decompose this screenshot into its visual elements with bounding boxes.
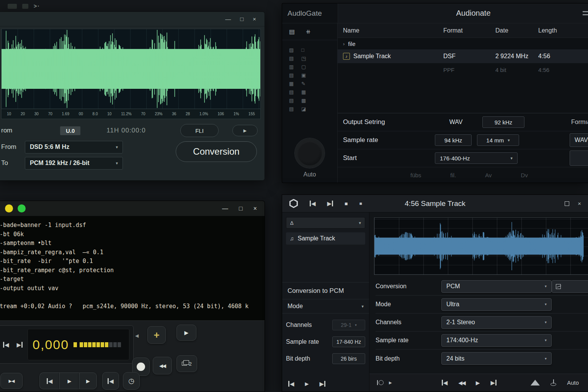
restore-icon[interactable]: [565, 201, 569, 206]
doc-icon[interactable]: ▤: [289, 98, 301, 103]
full-button[interactable]: FLI: [180, 124, 219, 137]
collapse-button[interactable]: ▶◀: [0, 373, 23, 389]
play-button[interactable]: ▶: [59, 372, 79, 389]
start-button[interactable]: Start: [570, 150, 588, 166]
sample-rate-box[interactable]: 94 kHz: [435, 134, 472, 146]
doc-icon[interactable]: ▤: [289, 56, 301, 61]
doc-icon[interactable]: ▤: [289, 89, 301, 95]
close-icon[interactable]: ×: [253, 16, 256, 22]
waveform-display[interactable]: [2, 29, 260, 109]
conversion-button[interactable]: Conversion: [176, 141, 257, 162]
rate-box[interactable]: 92 kHz: [482, 116, 524, 128]
repeat-button[interactable]: 2: [176, 355, 197, 372]
minimize-icon[interactable]: —: [225, 16, 231, 22]
skip-back-button[interactable]: ◀: [288, 381, 294, 387]
close-icon[interactable]: ×: [578, 201, 581, 206]
column-format[interactable]: Format: [443, 27, 495, 34]
tool-icon[interactable]: ◪: [301, 106, 317, 112]
track-filter-dropdown[interactable]: Δ ▾: [286, 217, 365, 229]
table-row[interactable]: PPF 4 bit 4:56: [338, 63, 588, 76]
skip-forward-button[interactable]: ▶: [320, 381, 326, 387]
tree-root-row[interactable]: › file: [338, 38, 588, 49]
doc-icon[interactable]: ▨: [289, 47, 301, 53]
taskbar-window-icon[interactable]: [8, 4, 17, 9]
close-icon[interactable]: ×: [253, 206, 257, 212]
play-button[interactable]: ▶: [232, 125, 258, 136]
minimize-traffic-light[interactable]: [5, 204, 13, 212]
zoom-traffic-light[interactable]: [18, 204, 26, 212]
mountain-icon[interactable]: [531, 380, 540, 385]
gain-knob[interactable]: [295, 138, 325, 168]
column-date[interactable]: Date: [495, 27, 538, 34]
waveform-display[interactable]: [374, 218, 588, 274]
target-format-dropdown[interactable]: PCM 192 kHz / 26-bit ▾: [25, 157, 123, 170]
add-files-icon[interactable]: ⧺: [305, 28, 310, 35]
play-button[interactable]: ▶: [79, 372, 97, 389]
prev-icon[interactable]: ◀: [135, 333, 139, 338]
track-list-item[interactable]: ♫ Sample Track: [286, 232, 365, 245]
library-icon[interactable]: ▤: [289, 28, 295, 35]
maximize-icon[interactable]: □: [240, 16, 243, 22]
rewind-button[interactable]: ◀◀: [458, 380, 465, 386]
timer-button[interactable]: ◷: [123, 372, 140, 390]
play-button[interactable]: ▶: [476, 380, 480, 386]
conversion-select[interactable]: PCM ▾: [441, 280, 552, 293]
play-button[interactable]: ▶: [176, 325, 196, 341]
maximize-icon[interactable]: □: [239, 206, 243, 212]
bit-depth-field[interactable]: 26 birs: [332, 353, 365, 364]
skip-forward-button[interactable]: ▶: [14, 342, 26, 348]
source-format-dropdown[interactable]: DSD 5:6 M Hz ▾: [25, 141, 123, 154]
skip-back-button[interactable]: ◀: [102, 372, 119, 390]
play-button[interactable]: ▶: [389, 381, 392, 385]
time-mode-box[interactable]: U.0: [60, 126, 80, 135]
tool-icon[interactable]: ◳: [301, 56, 317, 61]
mode-dropdown[interactable]: Mode ▾: [282, 299, 369, 314]
expander-icon[interactable]: ›: [343, 41, 345, 47]
skip-back-button[interactable]: ◀: [0, 342, 12, 348]
table-row[interactable]: ♪ Sample Track DSF 2 9224 MHz 4:56: [338, 49, 588, 63]
skip-back-button[interactable]: ◀: [310, 201, 316, 206]
doc-icon[interactable]: ▥: [289, 64, 301, 70]
tool-icon[interactable]: ▣: [301, 72, 317, 78]
minimize-icon[interactable]: —: [222, 206, 228, 212]
bit-box[interactable]: 14 mm ▾: [477, 134, 519, 146]
column-length[interactable]: Length: [538, 27, 588, 34]
edit-preset-select[interactable]: ▾: [552, 280, 588, 293]
loop-marker-button[interactable]: [377, 380, 384, 385]
sample-rate-field[interactable]: 17-840 Hz: [332, 336, 365, 347]
channels-select[interactable]: 2-1 Stereo ▾: [441, 316, 552, 329]
doc-icon[interactable]: ▤: [289, 106, 301, 112]
timeline-ruler[interactable]: 102030701.69008.01011.2%7023%36281.0%106…: [1, 109, 261, 119]
start-rate-dropdown[interactable]: 176·400-Hz ▾: [435, 152, 518, 164]
doc-icon[interactable]: ▤: [289, 72, 301, 78]
sprout-icon[interactable]: [550, 379, 556, 386]
app-hexagon-icon[interactable]: [289, 199, 298, 208]
taskbar-window-icon[interactable]: [22, 4, 28, 9]
tool-icon[interactable]: ▦: [301, 89, 317, 95]
waveform-panel[interactable]: [1, 29, 261, 109]
waveform-panel[interactable]: [374, 217, 588, 275]
doc-icon[interactable]: ▦: [289, 81, 301, 87]
mode-select[interactable]: Ultra ▾: [441, 298, 552, 311]
tool-icon[interactable]: ✎: [301, 81, 317, 87]
list-view-icon[interactable]: [583, 11, 588, 15]
terminal-prompt-icon[interactable]: >·: [34, 3, 40, 9]
auto-label[interactable]: Auto: [567, 379, 579, 386]
stop-button[interactable]: ■: [359, 201, 362, 206]
format-dropdown[interactable]: WAV ▾: [570, 133, 588, 147]
skip-back-button[interactable]: ◀: [39, 372, 59, 389]
tool-icon[interactable]: ▩: [301, 98, 317, 103]
tool-icon[interactable]: ▢: [301, 64, 317, 70]
container-value[interactable]: WAV: [435, 119, 477, 126]
bit-depth-select[interactable]: 24 bits ▾: [441, 352, 552, 365]
tool-icon[interactable]: □: [301, 47, 317, 53]
add-button[interactable]: +: [147, 326, 166, 344]
terminal-output[interactable]: -bade=banner -1 input.dsf-bt 06k-sampteo…: [0, 216, 265, 320]
sample-rate-select[interactable]: 174:400-Hz ▾: [441, 334, 552, 347]
stop-button[interactable]: ■: [345, 201, 348, 207]
skip-forward-button[interactable]: ▶: [327, 201, 333, 206]
column-name[interactable]: Name: [343, 27, 443, 34]
skip-forward-button[interactable]: ▶: [491, 380, 497, 385]
play-button[interactable]: ▶: [305, 381, 309, 387]
channels-select[interactable]: 29-1 ▾: [332, 320, 365, 330]
